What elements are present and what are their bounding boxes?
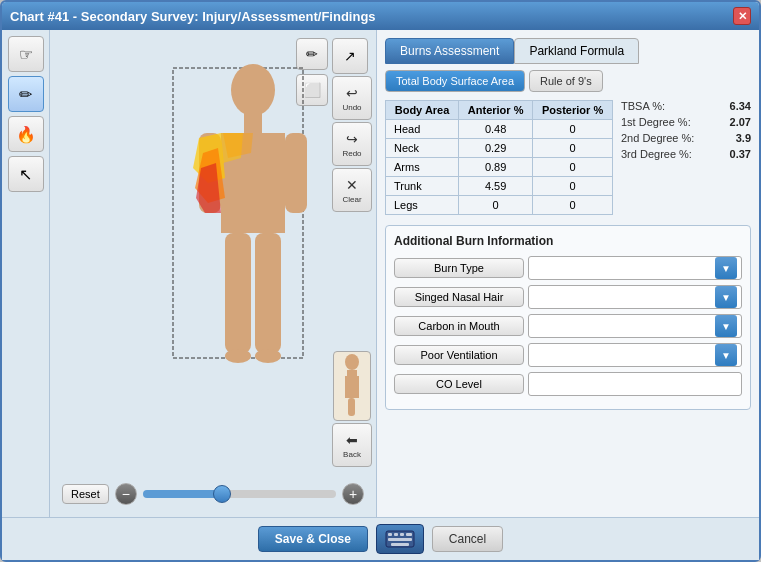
tbsa-info: TBSA %: 6.34 1st Degree %: 2.07 2nd Degr…: [621, 100, 751, 215]
svg-point-8: [225, 349, 251, 363]
table-row: Legs 0 0: [386, 196, 613, 215]
subtab-rule-of-9s[interactable]: Rule of 9's: [529, 70, 603, 92]
carbon-mouth-arrow[interactable]: ▼: [715, 315, 737, 337]
table-row: Trunk 4.59 0: [386, 177, 613, 196]
undo-button[interactable]: ↩ Undo: [332, 76, 372, 120]
clear-label: Clear: [342, 195, 361, 204]
additional-section: Additional Burn Information Burn Type ▼ …: [385, 225, 751, 410]
zoom-in-button[interactable]: +: [342, 483, 364, 505]
cancel-button[interactable]: Cancel: [432, 526, 503, 552]
col-anterior: Anterior %: [459, 101, 533, 120]
cell-anterior: 0.48: [459, 120, 533, 139]
cell-area: Trunk: [386, 177, 459, 196]
additional-title: Additional Burn Information: [394, 234, 742, 248]
close-button[interactable]: ✕: [733, 7, 751, 25]
burn-type-dropdown[interactable]: ▼: [528, 256, 742, 280]
cell-area: Arms: [386, 158, 459, 177]
cell-posterior: 0: [533, 177, 613, 196]
zoom-out-button[interactable]: −: [115, 483, 137, 505]
svg-rect-24: [388, 538, 412, 541]
svg-rect-16: [347, 370, 357, 376]
table-row: Arms 0.89 0: [386, 158, 613, 177]
svg-rect-25: [391, 543, 409, 546]
clear-button[interactable]: ✕ Clear: [332, 168, 372, 212]
window-title: Chart #41 - Secondary Survey: Injury/Ass…: [10, 9, 376, 24]
poor-ventilation-label[interactable]: Poor Ventilation: [394, 345, 524, 365]
first-degree-value: 2.07: [730, 116, 751, 128]
singed-hair-dropdown[interactable]: ▼: [528, 285, 742, 309]
cell-area: Legs: [386, 196, 459, 215]
svg-rect-6: [225, 233, 251, 353]
table-row: Neck 0.29 0: [386, 139, 613, 158]
export-button[interactable]: ↗: [332, 38, 368, 74]
cell-posterior: 0: [533, 158, 613, 177]
table-row: Head 0.48 0: [386, 120, 613, 139]
burn-tool-button[interactable]: 🔥: [8, 116, 44, 152]
carbon-mouth-label[interactable]: Carbon in Mouth: [394, 316, 524, 336]
left-panel: ☞ ✏ 🔥 ↖ ✏ ⬜: [2, 30, 377, 517]
co-level-input[interactable]: [528, 372, 742, 396]
tbsa-value: 6.34: [730, 100, 751, 112]
carbon-mouth-dropdown[interactable]: ▼: [528, 314, 742, 338]
third-degree-value: 0.37: [730, 148, 751, 160]
cell-anterior: 0.89: [459, 158, 533, 177]
col-body-area: Body Area: [386, 101, 459, 120]
tab-parkland-formula[interactable]: Parkland Formula: [514, 38, 639, 64]
burns-table: Body Area Anterior % Posterior % Head 0.…: [385, 100, 613, 215]
second-degree-label: 2nd Degree %:: [621, 132, 694, 144]
first-degree-row: 1st Degree %: 2.07: [621, 116, 751, 128]
singed-hair-label[interactable]: Singed Nasal Hair: [394, 287, 524, 307]
canvas-area: ✏ ⬜: [50, 30, 376, 517]
svg-rect-17: [345, 376, 359, 398]
keyboard-button[interactable]: [376, 524, 424, 554]
svg-rect-21: [394, 533, 398, 536]
svg-rect-22: [400, 533, 404, 536]
tab-burns-assessment[interactable]: Burns Assessment: [385, 38, 514, 64]
reset-button[interactable]: Reset: [62, 484, 109, 504]
bottom-bar: Save & Close Cancel: [2, 517, 759, 560]
second-degree-value: 3.9: [736, 132, 751, 144]
third-degree-row: 3rd Degree %: 0.37: [621, 148, 751, 160]
cell-area: Head: [386, 120, 459, 139]
main-window: Chart #41 - Secondary Survey: Injury/Ass…: [0, 0, 761, 562]
col-posterior: Posterior %: [533, 101, 613, 120]
svg-point-9: [255, 349, 281, 363]
burn-type-arrow[interactable]: ▼: [715, 257, 737, 279]
subtab-bar: Total Body Surface Area Rule of 9's: [385, 70, 751, 92]
poor-ventilation-arrow[interactable]: ▼: [715, 344, 737, 366]
co-level-row: CO Level: [394, 372, 742, 396]
arrow-tool-button[interactable]: ↖: [8, 156, 44, 192]
right-panel: Burns Assessment Parkland Formula Total …: [377, 30, 759, 517]
redo-button[interactable]: ↪ Redo: [332, 122, 372, 166]
poor-ventilation-dropdown[interactable]: ▼: [528, 343, 742, 367]
pencil-tool-button[interactable]: ✏: [8, 76, 44, 112]
svg-rect-7: [255, 233, 281, 353]
singed-hair-row: Singed Nasal Hair ▼: [394, 285, 742, 309]
side-figure[interactable]: [333, 351, 371, 421]
svg-rect-2: [244, 113, 262, 133]
singed-hair-arrow[interactable]: ▼: [715, 286, 737, 308]
cell-anterior: 4.59: [459, 177, 533, 196]
toolbar: ☞ ✏ 🔥 ↖: [2, 30, 50, 517]
svg-rect-5: [285, 133, 307, 213]
svg-rect-23: [406, 533, 412, 536]
back-button[interactable]: ⬅ Back: [332, 423, 372, 467]
burn-type-row: Burn Type ▼: [394, 256, 742, 280]
zoom-slider[interactable]: [143, 490, 336, 498]
cell-area: Neck: [386, 139, 459, 158]
hand-tool-button[interactable]: ☞: [8, 36, 44, 72]
svg-rect-20: [388, 533, 392, 536]
save-close-button[interactable]: Save & Close: [258, 526, 368, 552]
subtab-total-body[interactable]: Total Body Surface Area: [385, 70, 525, 92]
svg-rect-18: [348, 398, 355, 416]
third-degree-label: 3rd Degree %:: [621, 148, 692, 160]
redo-label: Redo: [342, 149, 361, 158]
svg-point-1: [231, 64, 275, 116]
body-figure[interactable]: [113, 38, 313, 408]
cell-posterior: 0: [533, 196, 613, 215]
svg-point-15: [345, 354, 359, 370]
tbsa-label: TBSA %:: [621, 100, 665, 112]
burn-type-label[interactable]: Burn Type: [394, 258, 524, 278]
undo-label: Undo: [342, 103, 361, 112]
co-level-label[interactable]: CO Level: [394, 374, 524, 394]
